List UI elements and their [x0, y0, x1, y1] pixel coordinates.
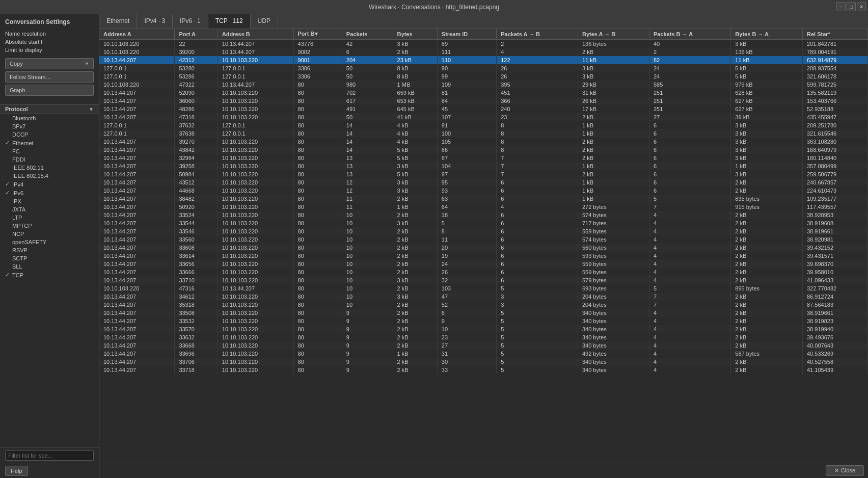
table-container[interactable]: Address APort AAddress BPort B▾PacketsBy… — [99, 29, 868, 463]
table-row[interactable]: 10.13.44.2073848210.10.103.22080112 kB63… — [99, 195, 868, 203]
table-row[interactable]: 10.13.44.2073353210.10.103.2208092 kB953… — [99, 317, 868, 325]
cell-4: 9 — [342, 350, 393, 358]
table-row[interactable]: 10.13.44.2073352410.10.103.22080102 kB18… — [99, 211, 868, 219]
table-row[interactable]: 10.13.44.2073354410.10.103.22080103 kB56… — [99, 219, 868, 227]
table-row[interactable]: 10.13.44.2073363210.10.103.2208092 kB235… — [99, 333, 868, 341]
table-row[interactable]: 10.13.44.2073371810.10.103.2208092 kB335… — [99, 366, 868, 374]
table-row[interactable]: 10.13.44.2073350810.10.103.2208092 kB653… — [99, 309, 868, 317]
table-row[interactable]: 10.13.44.2075092010.10.103.22080111 kB64… — [99, 203, 868, 211]
protocol-item-mptcp[interactable]: MPTCP — [0, 222, 99, 230]
tab-ipv4[interactable]: IPv4 · 3 — [137, 14, 173, 29]
table-row[interactable]: 10.10.103.2204731610.13.44.20780102 kB10… — [99, 284, 868, 293]
cell-0: 10.13.44.207 — [99, 317, 175, 325]
tab-tcp[interactable]: TCP · 112 — [208, 14, 251, 29]
table-row[interactable]: 10.13.44.2073365610.10.103.22080102 kB24… — [99, 260, 868, 268]
protocol-item-sctp[interactable]: SCTP — [0, 254, 99, 262]
column-address-b[interactable]: Address B — [218, 29, 293, 39]
table-row[interactable]: 10.13.44.2073366610.10.103.22080102 kB26… — [99, 268, 868, 276]
protocol-item-ltp[interactable]: LTP — [0, 214, 99, 222]
column-packets-a---b[interactable]: Packets A → B — [497, 29, 578, 39]
table-row[interactable]: 10.13.44.2073371010.10.103.22080103 kB32… — [99, 276, 868, 284]
column-port-b-[interactable]: Port B▾ — [293, 29, 342, 39]
table-row[interactable]: 10.13.44.2073354610.10.103.22080102 kB86… — [99, 227, 868, 235]
minimize-button[interactable]: − — [836, 2, 846, 11]
cell-9: 24 — [649, 64, 730, 72]
column-stream-id[interactable]: Stream ID — [437, 29, 496, 39]
cell-3: 80 — [293, 268, 342, 276]
copy-button[interactable]: Copy ▼ — [5, 58, 94, 69]
protocol-item-ipx[interactable]: IPX — [0, 197, 99, 205]
limit-display-row[interactable]: Limit to display — [0, 46, 99, 54]
protocol-item-ieee-802-15-4[interactable]: IEEE 802.15.4 — [0, 172, 99, 180]
cell-10: 5 kB — [731, 72, 803, 81]
column-address-a[interactable]: Address A — [99, 29, 175, 39]
table-row[interactable]: 10.13.44.2074828610.10.103.22080491645 k… — [99, 105, 868, 113]
table-row[interactable]: 10.13.44.2073298410.10.103.22080135 kB87… — [99, 154, 868, 162]
table-row[interactable]: 10.10.103.2203920010.13.44.207900262 kB1… — [99, 48, 868, 56]
table-row[interactable]: 10.13.44.2073356010.10.103.22080102 kB11… — [99, 235, 868, 244]
table-row[interactable]: 10.13.44.2074384210.10.103.22080145 kB86… — [99, 146, 868, 154]
table-row[interactable]: 127.0.0.153280127.0.0.13306508 kB90263 k… — [99, 64, 868, 72]
follow-stream-button[interactable]: Follow Stream… — [5, 71, 94, 83]
cell-9: 27 — [649, 113, 730, 121]
protocol-item-fddi[interactable]: FDDI — [0, 155, 99, 164]
table-row[interactable]: 10.13.44.2074466810.10.103.22080123 kB93… — [99, 187, 868, 195]
absolute-start-row[interactable]: Absolute start t — [0, 38, 99, 46]
table-row[interactable]: 10.13.44.2073927010.10.103.22080144 kB10… — [99, 138, 868, 146]
filter-input[interactable] — [5, 450, 94, 461]
table-row[interactable]: 10.13.44.2074231210.10.103.220900120423 … — [99, 56, 868, 64]
protocol-header[interactable]: Protocol ▼ — [0, 104, 99, 114]
protocol-item-rsvp[interactable]: RSVP — [0, 246, 99, 254]
tab-ethernet[interactable]: Ethernet — [99, 14, 137, 29]
table-row[interactable]: 10.13.44.2075098410.10.103.22080135 kB97… — [99, 170, 868, 178]
maximize-button[interactable]: □ — [847, 2, 856, 11]
column-packets[interactable]: Packets — [342, 29, 393, 39]
table-row[interactable]: 10.10.103.2204732210.13.44.207809801 MB1… — [99, 81, 868, 89]
protocol-item-tcp[interactable]: ✓TCP — [0, 271, 99, 279]
column-rel-star-[interactable]: Rel Star* — [803, 29, 868, 39]
protocol-item-bluetooth[interactable]: Bluetooth — [0, 114, 99, 122]
column-port-a[interactable]: Port A — [175, 29, 218, 39]
help-button[interactable]: Help — [5, 466, 28, 476]
protocol-item-opensafety[interactable]: openSAFETY — [0, 238, 99, 246]
protocol-item-bpv7[interactable]: BPv7 — [0, 122, 99, 130]
column-bytes-b---a[interactable]: Bytes B → A — [731, 29, 803, 39]
protocol-item-ieee-802-11[interactable]: IEEE 802.11 — [0, 164, 99, 172]
protocol-item-ncp[interactable]: NCP — [0, 230, 99, 238]
table-row[interactable]: 10.13.44.2073366810.10.103.2208092 kB275… — [99, 341, 868, 350]
column-bytes-a---b[interactable]: Bytes A → B — [578, 29, 649, 39]
name-resolution-row[interactable]: Name resolution — [0, 30, 99, 38]
table-row[interactable]: 10.13.44.2073606010.10.103.22080617653 k… — [99, 97, 868, 105]
protocol-item-ipv6[interactable]: ✓IPv6 — [0, 189, 99, 197]
table-row[interactable]: 127.0.0.153286127.0.0.13306508 kB99263 k… — [99, 72, 868, 81]
protocol-item-sll[interactable]: SLL — [0, 262, 99, 271]
column-bytes[interactable]: Bytes — [393, 29, 437, 39]
tab-udp[interactable]: UDP — [251, 14, 278, 29]
table-row[interactable]: 10.13.44.2073461210.10.103.22080103 kB47… — [99, 293, 868, 301]
table-row[interactable]: 10.13.44.2074351210.10.103.22080123 kB95… — [99, 178, 868, 187]
table-row[interactable]: 127.0.0.137632127.0.0.180144 kB9181 kB63… — [99, 121, 868, 129]
column-packets-b---a[interactable]: Packets B → A — [649, 29, 730, 39]
table-row[interactable]: 10.13.44.2075209010.10.103.22080702659 k… — [99, 89, 868, 97]
protocol-item-jxta[interactable]: JXTA — [0, 205, 99, 214]
table-row[interactable]: 10.10.103.2202210.13.44.20743776423 kB89… — [99, 39, 868, 48]
tab-ipv6[interactable]: IPv6 · 1 — [173, 14, 208, 29]
cell-4: 204 — [342, 56, 393, 64]
table-row[interactable]: 10.13.44.2073369610.10.103.2208091 kB315… — [99, 350, 868, 358]
table-row[interactable]: 10.13.44.2074731810.10.103.220805041 kB1… — [99, 113, 868, 121]
protocol-item-ethernet[interactable]: ✓Ethernet — [0, 139, 99, 147]
graph-button[interactable]: Graph… — [5, 85, 94, 96]
table-row[interactable]: 127.0.0.137638127.0.0.180144 kB10081 kB6… — [99, 129, 868, 138]
protocol-item-ipv4[interactable]: ✓IPv4 — [0, 180, 99, 189]
table-row[interactable]: 10.13.44.2073360810.10.103.22080102 kB20… — [99, 244, 868, 252]
table-row[interactable]: 10.13.44.2073531810.10.103.22080102 kB52… — [99, 301, 868, 309]
cell-7: 240 — [497, 105, 578, 113]
close-button[interactable]: ✕Close — [826, 465, 864, 476]
table-row[interactable]: 10.13.44.2073357010.10.103.2208092 kB105… — [99, 325, 868, 333]
close-window-button[interactable]: ✕ — [857, 2, 866, 11]
table-row[interactable]: 10.13.44.2073361410.10.103.22080102 kB19… — [99, 252, 868, 260]
table-row[interactable]: 10.13.44.2073925810.10.103.22080133 kB10… — [99, 162, 868, 170]
protocol-item-dccp[interactable]: DCCP — [0, 130, 99, 139]
protocol-item-fc[interactable]: FC — [0, 147, 99, 155]
table-row[interactable]: 10.13.44.2073370610.10.103.2208092 kB305… — [99, 358, 868, 366]
